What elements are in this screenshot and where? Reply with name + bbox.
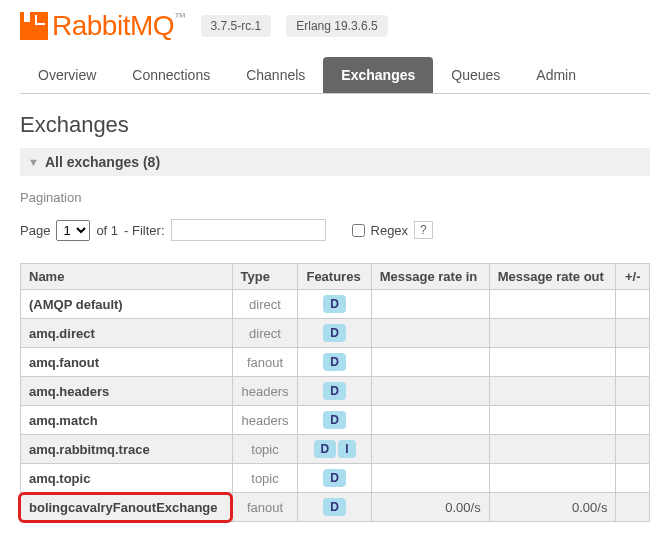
exchange-link[interactable]: amq.headers <box>29 384 109 399</box>
feature-badge: D <box>323 324 346 342</box>
table-row: amq.fanoutfanoutD <box>21 348 650 377</box>
pager-row: Page 1 of 1 - Filter: Regex ? <box>20 219 650 241</box>
rabbitmq-version-badge: 3.7.5-rc.1 <box>201 15 272 37</box>
feature-badge: D <box>323 295 346 313</box>
exchanges-table: Name Type Features Message rate in Messa… <box>20 263 650 522</box>
col-rate-out[interactable]: Message rate out <box>489 264 616 290</box>
col-plus-minus[interactable]: +/- <box>616 264 650 290</box>
cell-pm <box>616 435 650 464</box>
filter-input[interactable] <box>171 219 326 241</box>
table-row: amq.matchheadersD <box>21 406 650 435</box>
regex-checkbox[interactable] <box>352 224 365 237</box>
feature-badge: D <box>323 498 346 516</box>
cell-pm <box>616 493 650 522</box>
rate-out <box>489 348 616 377</box>
exchange-features: D <box>298 377 371 406</box>
chevron-down-icon: ▼ <box>28 156 39 168</box>
feature-badge: D <box>323 353 346 371</box>
exchange-type: fanout <box>232 493 298 522</box>
tab-channels[interactable]: Channels <box>228 57 323 93</box>
exchange-features: D <box>298 319 371 348</box>
table-row: amq.topictopicD <box>21 464 650 493</box>
feature-badge: D <box>323 411 346 429</box>
feature-badge: D <box>323 469 346 487</box>
header: RabbitMQ™ 3.7.5-rc.1 Erlang 19.3.6.5 <box>20 10 650 42</box>
page-title: Exchanges <box>20 112 650 138</box>
tab-overview[interactable]: Overview <box>20 57 114 93</box>
rate-out <box>489 406 616 435</box>
cell-pm <box>616 348 650 377</box>
exchange-type: direct <box>232 290 298 319</box>
table-row: (AMQP default)directD <box>21 290 650 319</box>
table-row: amq.rabbitmq.tracetopicDI <box>21 435 650 464</box>
rate-out <box>489 319 616 348</box>
table-row: bolingcavalryFanoutExchangefanoutD0.00/s… <box>21 493 650 522</box>
section-label: All exchanges (8) <box>45 154 160 170</box>
rate-out <box>489 464 616 493</box>
cell-pm <box>616 377 650 406</box>
pagination-label: Pagination <box>20 190 650 205</box>
tab-exchanges[interactable]: Exchanges <box>323 57 433 93</box>
feature-badge: D <box>314 440 337 458</box>
filter-label: - Filter: <box>124 223 164 238</box>
rate-in <box>371 435 489 464</box>
exchange-features: D <box>298 493 371 522</box>
rate-out <box>489 377 616 406</box>
logo-text: RabbitMQ™ <box>52 10 186 42</box>
exchange-link[interactable]: amq.rabbitmq.trace <box>29 442 150 457</box>
feature-badge: D <box>323 382 346 400</box>
table-row: amq.headersheadersD <box>21 377 650 406</box>
col-name[interactable]: Name <box>21 264 233 290</box>
cell-pm <box>616 464 650 493</box>
exchange-type: headers <box>232 377 298 406</box>
exchange-type: topic <box>232 464 298 493</box>
exchange-link[interactable]: amq.topic <box>29 471 90 486</box>
rate-in <box>371 377 489 406</box>
exchange-features: DI <box>298 435 371 464</box>
exchange-features: D <box>298 464 371 493</box>
exchange-link[interactable]: bolingcavalryFanoutExchange <box>29 500 218 515</box>
regex-help-icon[interactable]: ? <box>414 221 433 239</box>
exchange-type: headers <box>232 406 298 435</box>
rate-in <box>371 464 489 493</box>
exchange-link[interactable]: amq.direct <box>29 326 95 341</box>
nav-tabs: OverviewConnectionsChannelsExchangesQueu… <box>20 57 650 94</box>
exchange-type: topic <box>232 435 298 464</box>
rate-out <box>489 435 616 464</box>
exchange-features: D <box>298 348 371 377</box>
exchange-type: direct <box>232 319 298 348</box>
rate-in <box>371 290 489 319</box>
regex-label: Regex <box>371 223 409 238</box>
exchange-type: fanout <box>232 348 298 377</box>
section-all-exchanges[interactable]: ▼ All exchanges (8) <box>20 148 650 176</box>
tab-connections[interactable]: Connections <box>114 57 228 93</box>
col-type[interactable]: Type <box>232 264 298 290</box>
rate-out <box>489 290 616 319</box>
rate-in <box>371 319 489 348</box>
rate-in <box>371 406 489 435</box>
tab-admin[interactable]: Admin <box>518 57 594 93</box>
col-rate-in[interactable]: Message rate in <box>371 264 489 290</box>
page-of-label: of 1 <box>96 223 118 238</box>
feature-badge: I <box>338 440 355 458</box>
page-select[interactable]: 1 <box>56 220 90 241</box>
table-row: amq.directdirectD <box>21 319 650 348</box>
rabbitmq-icon <box>20 12 48 40</box>
erlang-version-badge: Erlang 19.3.6.5 <box>286 15 387 37</box>
exchange-link[interactable]: amq.match <box>29 413 98 428</box>
exchange-features: D <box>298 406 371 435</box>
page-label: Page <box>20 223 50 238</box>
exchange-link[interactable]: (AMQP default) <box>29 297 123 312</box>
rate-in <box>371 348 489 377</box>
exchange-features: D <box>298 290 371 319</box>
rate-out: 0.00/s <box>489 493 616 522</box>
exchange-link[interactable]: amq.fanout <box>29 355 99 370</box>
col-features: Features <box>298 264 371 290</box>
logo[interactable]: RabbitMQ™ <box>20 10 186 42</box>
cell-pm <box>616 406 650 435</box>
tab-queues[interactable]: Queues <box>433 57 518 93</box>
cell-pm <box>616 319 650 348</box>
cell-pm <box>616 290 650 319</box>
rate-in: 0.00/s <box>371 493 489 522</box>
